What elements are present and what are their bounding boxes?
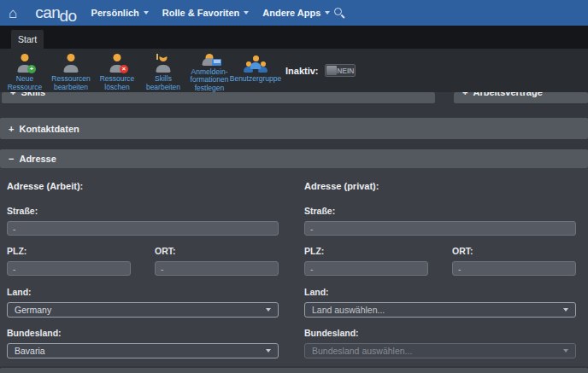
private-state-select[interactable]: Bundesland auswählen... <box>304 343 576 358</box>
toolbar-button-label: Benutzergruppe <box>230 75 282 84</box>
collapse-indicator: + <box>10 92 15 97</box>
work-address-column: Adresse (Arbeit): Straße: PLZ: ORT: Land… <box>7 168 279 358</box>
toolbar: + NeueRessource Ressourcenbearbeiten × R… <box>0 49 588 92</box>
user-group-icon <box>244 54 268 73</box>
private-street-input[interactable] <box>304 221 576 236</box>
select-value: Land auswählen... <box>312 305 385 315</box>
state-label: Bundesland: <box>7 328 279 338</box>
menu-item-persoenlich[interactable]: Persönlich <box>91 8 149 18</box>
section-header-label: +Skills <box>10 92 45 97</box>
user-group-button[interactable]: Benutzergruppe <box>232 49 279 92</box>
toggle-knob <box>326 66 338 75</box>
work-city-input[interactable] <box>155 261 279 276</box>
tab-strip: Start <box>0 26 588 49</box>
collapse-indicator: + <box>462 92 467 97</box>
search-icon[interactable] <box>334 8 342 15</box>
chevron-down-icon <box>563 349 568 353</box>
country-label: Land: <box>7 287 279 297</box>
menu-label: Persönlich <box>91 8 139 18</box>
person-graduate-icon <box>152 54 174 73</box>
state-label: Bundesland: <box>304 328 576 338</box>
city-label: ORT: <box>155 246 279 256</box>
menu-item-rolle-favoriten[interactable]: Rolle & Favoriten <box>162 8 249 18</box>
collapse-indicator: + <box>9 124 14 134</box>
private-zip-input[interactable] <box>304 261 428 276</box>
toggle-value: NEIN <box>337 67 354 75</box>
person-icon <box>60 54 82 73</box>
street-label: Straße: <box>7 206 279 216</box>
inactive-label: Inaktiv: <box>285 66 319 76</box>
private-country-select[interactable]: Land auswählen... <box>304 302 576 318</box>
section-header-label: Adresse <box>19 154 56 164</box>
edit-skills-button[interactable]: Skillsbearbeiten <box>140 49 186 92</box>
section-header-label: +Arbeitsverträge <box>462 92 543 97</box>
work-street-input[interactable] <box>7 221 279 236</box>
home-icon[interactable]: ⌂ <box>9 6 17 20</box>
adresse-section-content: Adresse (Arbeit): Straße: PLZ: ORT: Land… <box>0 168 588 366</box>
chevron-down-icon <box>563 308 568 312</box>
private-address-heading: Adresse (privat): <box>304 181 576 191</box>
new-resource-button[interactable]: + NeueRessource <box>2 49 48 92</box>
chevron-down-icon <box>325 11 330 15</box>
edit-resources-button[interactable]: Ressourcenbearbeiten <box>48 49 94 92</box>
section-header-adresse[interactable]: − Adresse <box>0 149 588 168</box>
inactive-toggle-group: Inaktiv: NEIN <box>285 49 356 92</box>
zip-label: PLZ: <box>7 246 131 256</box>
delete-resource-button[interactable]: × Ressourcelöschen <box>94 49 140 92</box>
private-address-column: Adresse (privat): Straße: PLZ: ORT: Land… <box>304 168 576 358</box>
menu-label: Andere Apps <box>262 8 320 18</box>
select-value: Germany <box>15 305 51 315</box>
chevron-down-icon <box>244 11 249 15</box>
tab-start[interactable]: Start <box>11 30 44 49</box>
top-navigation-bar: ⌂ cando Persönlich Rolle & Favoriten And… <box>0 0 588 26</box>
menu-item-andere-apps[interactable]: Andere Apps <box>262 8 330 18</box>
app-logo: cando <box>35 3 76 22</box>
x-badge-icon: × <box>120 65 128 73</box>
person-delete-icon: × <box>106 54 128 73</box>
toolbar-button-label: Ressourcenbearbeiten <box>51 75 90 91</box>
work-country-select[interactable]: Germany <box>7 302 279 318</box>
select-value: Bundesland auswählen... <box>312 346 412 356</box>
chevron-down-icon <box>266 308 271 312</box>
street-label: Straße: <box>304 206 576 216</box>
city-label: ORT: <box>452 246 576 256</box>
chevron-down-icon <box>144 11 149 15</box>
chevron-down-icon <box>266 349 271 353</box>
work-state-select[interactable]: Bavaria <box>7 343 279 358</box>
country-label: Land: <box>304 287 576 297</box>
private-city-input[interactable] <box>452 261 576 276</box>
zip-label: PLZ: <box>304 246 428 256</box>
inactive-toggle[interactable]: NEIN <box>325 64 356 77</box>
toolbar-button-label: Skillsbearbeiten <box>146 75 180 91</box>
person-add-icon: + <box>14 54 36 73</box>
section-header-skills[interactable]: +Skills <box>2 92 435 103</box>
toolbar-button-label: NeueRessource <box>8 75 43 91</box>
plus-badge-icon: + <box>27 65 36 73</box>
work-address-heading: Adresse (Arbeit): <box>7 181 279 191</box>
select-value: Bavaria <box>15 346 45 356</box>
section-header-kontaktdaten[interactable]: + Kontaktdaten <box>0 118 588 139</box>
section-header-label: Kontaktdaten <box>19 124 79 134</box>
person-laptop-icon <box>198 54 220 66</box>
section-header-arbeitsvertraege[interactable]: +Arbeitsverträge <box>454 92 588 103</box>
menu-label: Rolle & Favoriten <box>162 8 239 18</box>
set-credentials-button[interactable]: Anmeldein-formationenfestlegen <box>186 49 232 92</box>
toolbar-button-label: Ressourcelöschen <box>100 75 135 91</box>
toolbar-button-label: Anmeldein-formationenfestlegen <box>191 68 229 93</box>
collapse-indicator: − <box>9 154 14 164</box>
main-menu: Persönlich Rolle & Favoriten Andere Apps <box>91 8 331 18</box>
partial-section-bar[interactable] <box>0 368 588 373</box>
work-zip-input[interactable] <box>7 261 131 276</box>
